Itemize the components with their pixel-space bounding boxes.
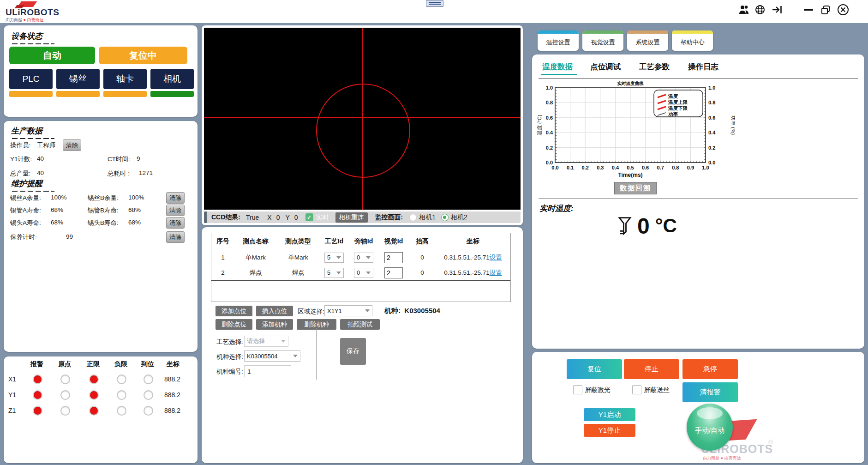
side-axis-id-dropdown[interactable]: 0 (354, 268, 373, 278)
camera1-radio[interactable] (409, 214, 417, 221)
side-axis-id-dropdown[interactable]: 0 (354, 253, 373, 263)
temp-value: 0 (637, 213, 650, 239)
close-icon[interactable] (837, 4, 849, 18)
col-header-origin: 原点 (54, 360, 75, 368)
chevron-down-icon (281, 340, 286, 343)
chevron-down-icon (365, 309, 370, 312)
camera-view[interactable] (204, 28, 521, 210)
help-center-button[interactable]: 帮助中心 (672, 30, 713, 51)
set-coordinate-link[interactable]: 设置 (490, 269, 502, 277)
status-led-alarm (33, 406, 42, 416)
region-select-dropdown[interactable]: X1Y1 (324, 305, 372, 316)
wire-a-value: 100% (51, 194, 67, 201)
status-led-negative-limit (117, 374, 126, 384)
model-select-dropdown[interactable]: K03005504 (244, 350, 300, 362)
mode-resetting-button[interactable]: 复位中 (99, 47, 187, 64)
data-backtrack-button[interactable]: 数据回溯 (614, 182, 657, 194)
tube-a-value: 68% (51, 206, 63, 213)
temp-control-settings-button[interactable]: 温控设置 (538, 30, 579, 51)
module-axis-card-button[interactable]: 轴卡 (103, 69, 147, 89)
svg-text:1.0: 1.0 (708, 85, 715, 91)
form-divider (316, 328, 317, 380)
mask-wire-feed-checkbox[interactable] (632, 385, 641, 394)
svg-text:1.0: 1.0 (546, 85, 553, 91)
mode-auto-button[interactable]: 自动 (9, 47, 95, 64)
col-seq: 序号 (211, 237, 234, 246)
module-axis-card-status-bar (103, 91, 147, 97)
temp-unit: °C (655, 215, 677, 237)
tab-temperature-data[interactable]: 温度数据 (542, 62, 573, 72)
clear-alarm-button[interactable]: 清报警 (682, 382, 738, 402)
camera2-radio[interactable] (441, 214, 449, 221)
vision-settings-button[interactable]: 视觉设置 (582, 30, 623, 51)
manual-auto-button[interactable]: 手动/自动 (687, 404, 733, 451)
save-button[interactable]: 保存 (340, 338, 366, 365)
status-led-origin (60, 374, 70, 384)
system-settings-button[interactable]: 系统设置 (627, 30, 668, 51)
cell-name: 焊点 (234, 269, 277, 277)
process-id-dropdown[interactable]: 5 (324, 253, 344, 263)
col-coordinate: 坐标 (436, 237, 510, 246)
svg-text:0.8: 0.8 (546, 100, 553, 105)
y1-start-button[interactable]: Y1启动 (584, 408, 635, 421)
set-coordinate-link[interactable]: 设置 (490, 254, 502, 262)
camera-reconnect-button[interactable]: 相机重连 (335, 212, 368, 223)
tab-process-params[interactable]: 工艺参数 (639, 62, 670, 72)
clear-wire-button[interactable]: 清除 (166, 192, 185, 204)
axis-label: Y1 (8, 391, 16, 399)
globe-icon[interactable] (755, 5, 765, 17)
cell-seq: 2 (211, 269, 234, 276)
axis-label: X1 (8, 375, 16, 383)
vision-id-input[interactable] (384, 267, 403, 278)
svg-text:温度下限: 温度下限 (668, 105, 688, 111)
module-camera-button[interactable]: 相机 (150, 69, 194, 89)
maintenance-timer-label: 保养计时: (10, 233, 37, 242)
delete-model-button[interactable]: 删除机种 (297, 319, 336, 330)
insert-point-button[interactable]: 插入点位 (256, 306, 293, 316)
photo-test-button[interactable]: 拍照测试 (340, 319, 380, 330)
module-solder-wire-button[interactable]: 锡丝 (56, 69, 100, 89)
watermark-registered-mark: ® (768, 439, 773, 446)
points-table: 序号 测点名称 测点类型 工艺Id 旁轴Id 视觉Id 抬高 坐标 1 单Mar… (211, 233, 511, 302)
axis-coordinate: 888.2 (164, 407, 180, 414)
status-led-alarm (33, 390, 42, 400)
restore-window-icon[interactable] (820, 5, 831, 17)
tab-operation-log[interactable]: 操作日志 (688, 62, 718, 72)
process-id-dropdown[interactable]: 5 (324, 268, 344, 278)
clear-tube-button[interactable]: 清除 (166, 205, 185, 216)
module-plc-button[interactable]: PLC (9, 69, 53, 89)
clear-timer-button[interactable]: 清除 (166, 231, 185, 243)
controls-panel: ULiROBOTS ® 由力而起 ● 由善而达 复位 停止 急停 屏蔽激光 屏蔽… (532, 352, 864, 463)
minimized-window-icon[interactable] (426, 0, 443, 7)
reset-button[interactable]: 复位 (567, 359, 622, 379)
card-stripe (582, 30, 623, 34)
vision-id-input[interactable] (384, 252, 403, 263)
mask-laser-checkbox[interactable] (573, 385, 582, 394)
ccd-result-label: CCD结果: (211, 213, 240, 222)
delete-point-button[interactable]: 删除点位 (216, 319, 252, 330)
emergency-stop-button[interactable]: 急停 (682, 359, 738, 379)
cell-coordinate: 0.31,5.51,-25.71 (444, 254, 489, 261)
clear-operator-button[interactable]: 清除 (63, 139, 81, 151)
card-stripe (627, 30, 668, 34)
minimize-icon[interactable] (804, 9, 813, 11)
users-icon[interactable] (738, 5, 749, 17)
y1-stop-button[interactable]: Y1停止 (584, 424, 635, 437)
wire-b-label: 锡丝B余量: (88, 194, 119, 202)
realtime-checkbox[interactable]: ✓ (305, 213, 313, 221)
add-point-button[interactable]: 添加点位 (216, 306, 252, 316)
logo-text: ULiROBOTS (6, 7, 59, 18)
clear-tip-button[interactable]: 清除 (166, 217, 185, 229)
status-led-negative-limit (117, 390, 126, 400)
col-header-negative-limit: 负限 (111, 360, 131, 368)
tab-point-debug[interactable]: 点位调试 (590, 62, 621, 72)
y1-count-value: 40 (37, 155, 44, 162)
exit-login-icon[interactable] (772, 5, 783, 17)
model-number-input[interactable] (244, 365, 291, 377)
axis-coordinate: 888.2 (164, 375, 180, 383)
total-output-label: 总产量: (10, 169, 30, 178)
stop-button[interactable]: 停止 (624, 359, 679, 379)
add-model-button[interactable]: 添加机种 (256, 319, 293, 330)
process-select-dropdown[interactable]: 请选择 (244, 336, 288, 347)
model-select-label: 机种选择: (216, 353, 243, 361)
